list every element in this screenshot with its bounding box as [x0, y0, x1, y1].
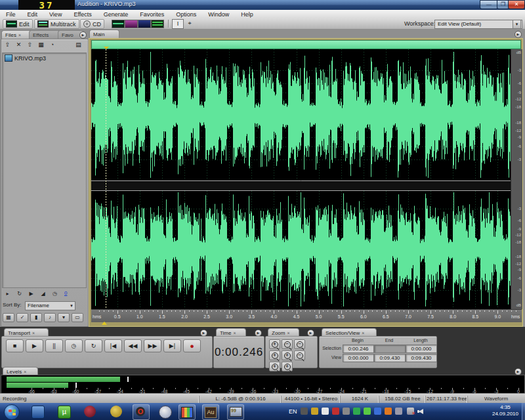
waveform-display[interactable]: dBdB-3-3-6-6-9-9-12-12-18-18-3-3-6-6-9-9… — [91, 49, 522, 309]
waveform-canvas[interactable] — [91, 49, 511, 309]
view-begin-field[interactable]: 0:00.000 — [343, 354, 374, 362]
tray-icon[interactable] — [343, 408, 350, 415]
full-path-icon[interactable]: ▭ — [72, 313, 83, 322]
show-loops-icon[interactable]: ✓ — [16, 313, 28, 322]
workspace-dropdown-icon[interactable]: ▼ — [513, 20, 521, 29]
zoom-selection-left-button[interactable]: + — [269, 362, 280, 371]
minimize-button[interactable]: — — [480, 0, 498, 9]
close-tab-icon[interactable]: × — [18, 33, 21, 37]
file-item-krivo[interactable]: KRIVO.mp3 — [3, 53, 86, 63]
zoom-to-selection-button[interactable]: + — [269, 350, 280, 360]
show-audio-icon[interactable]: ▦ — [3, 313, 14, 322]
cd-view-button[interactable]: CD — [80, 19, 104, 29]
zoom-out-horizontal-button[interactable]: − — [282, 339, 293, 349]
tray-icon[interactable] — [301, 408, 308, 415]
menu-edit[interactable]: Edit — [22, 11, 44, 18]
waveform-display-button[interactable] — [112, 20, 125, 28]
close-tab-icon[interactable]: × — [362, 331, 364, 335]
menu-file[interactable]: File — [0, 11, 22, 18]
edit-view-button[interactable]: Edit — [3, 19, 33, 29]
zoom-out-vertical-button[interactable]: − — [294, 350, 305, 360]
spectral-pan-button[interactable] — [138, 20, 151, 28]
taskbar-app-utorrent-icon[interactable]: µ — [58, 406, 71, 419]
marquee-selection-tool-button[interactable]: ⌖ — [184, 19, 195, 28]
play-icon[interactable]: ▶ — [26, 289, 36, 298]
view-length-field[interactable]: 0:09.430 — [406, 354, 437, 362]
tray-icon[interactable] — [332, 408, 339, 415]
zoom-selection-right-button[interactable]: + — [282, 362, 293, 371]
taskbar-clock[interactable]: 4:35 24.09.2010 — [488, 404, 522, 417]
taskbar-app-remote-frame[interactable]: 99 — [227, 404, 244, 420]
tab-effects[interactable]: Effects — [29, 30, 62, 39]
amplitude-ruler[interactable]: dBdB-3-3-6-6-9-9-12-12-18-18-3-3-6-6-9-9… — [511, 49, 522, 309]
network-icon[interactable]: ✕ — [407, 408, 414, 415]
tab-main[interactable]: Main — [89, 30, 119, 39]
tray-icon[interactable] — [322, 408, 329, 415]
show-midi-icon[interactable]: ♪ — [44, 313, 56, 322]
show-markers-icon[interactable]: ▾ — [58, 313, 70, 322]
advanced-options-icon[interactable]: ▤ — [74, 41, 83, 49]
menu-effects[interactable]: Effects — [68, 11, 97, 18]
menu-favorites[interactable]: Favorites — [134, 11, 170, 18]
tray-icon[interactable] — [395, 408, 402, 415]
taskbar-app-window-icon[interactable] — [32, 406, 45, 419]
zoom-in-horizontal-button[interactable]: + — [269, 339, 280, 349]
go-to-end-button[interactable]: ▶| — [163, 339, 181, 352]
start-button[interactable] — [4, 404, 20, 420]
selection-end-field[interactable] — [374, 345, 406, 353]
taskbar-app-opera-frame[interactable]: O — [133, 404, 150, 420]
insert-multitrack-icon[interactable]: ▦ — [36, 41, 46, 49]
tab-files[interactable]: Files× — [1, 30, 33, 39]
sort-by-select[interactable]: Filename ▼ — [25, 301, 75, 310]
timeline-ruler[interactable]: hmshms0.51.01.52.02.53.03.54.04.55.05.56… — [91, 309, 522, 322]
tray-language-indicator[interactable]: EN — [289, 408, 297, 415]
spectral-phase-button[interactable] — [151, 20, 164, 28]
tray-icon[interactable] — [385, 408, 392, 415]
menu-window[interactable]: Window — [202, 11, 235, 18]
show-desktop-button[interactable] — [522, 403, 525, 420]
taskbar-app-media-frame[interactable] — [178, 404, 196, 420]
close-tab-icon[interactable]: × — [32, 331, 35, 335]
workspace-select[interactable]: Edit View (Default) — [434, 20, 522, 29]
menu-help[interactable]: Help — [235, 11, 259, 18]
close-button[interactable]: ✕ — [508, 0, 525, 9]
zoom-in-vertical-button[interactable]: + — [282, 350, 293, 360]
playhead-caret[interactable] — [102, 322, 107, 325]
stop-button[interactable]: ■ — [6, 339, 24, 352]
taskbar-app-audition-frame[interactable]: Au — [202, 404, 219, 420]
tray-icon[interactable] — [374, 408, 381, 415]
play-looped-button[interactable]: ↻ — [85, 339, 102, 352]
show-video-icon[interactable]: ▮ — [30, 313, 42, 322]
auto-play-icon[interactable]: ▸ — [3, 289, 12, 298]
close-file-icon[interactable]: ✕ — [14, 41, 24, 49]
cd-insert-icon[interactable]: ◔ — [47, 41, 57, 49]
close-tab-icon[interactable]: × — [24, 369, 26, 374]
preview-time-icon[interactable]: ◷ — [50, 289, 60, 298]
selection-length-field[interactable]: 0:00.000 — [406, 345, 437, 353]
spectral-frequency-button[interactable] — [125, 20, 138, 28]
volume-icon[interactable]: ◢ — [38, 289, 48, 298]
menu-options[interactable]: Options — [170, 11, 202, 18]
close-tab-icon[interactable]: × — [233, 331, 236, 335]
play-from-cursor-button[interactable]: ◷ — [65, 339, 83, 352]
taskbar-app-dcpp-icon[interactable] — [110, 406, 122, 417]
taskbar-app-swirl-icon[interactable] — [84, 406, 96, 417]
menu-generate[interactable]: Generate — [98, 11, 135, 18]
view-end-field[interactable]: 0:09.430 — [374, 354, 406, 362]
edit-file-icon[interactable]: ⇧ — [25, 41, 35, 49]
levels-meter[interactable]: -66-63-60-57-54-51-48-45-42-39-36-33-30-… — [1, 375, 525, 394]
tray-icon[interactable] — [364, 408, 371, 415]
selection-begin-field[interactable]: 0:00.246 — [343, 345, 374, 353]
overview-navigator[interactable] — [91, 40, 521, 49]
title-bar[interactable]: Audition - KRIVO.mp3 — ❐ ✕ — [0, 0, 525, 10]
fast-forward-button[interactable]: ▶▶ — [144, 339, 161, 352]
rewind-button[interactable]: ◀◀ — [124, 339, 142, 352]
tray-icon[interactable] — [311, 408, 318, 415]
record-button[interactable]: ● — [183, 339, 201, 352]
import-file-icon[interactable]: ⇪ — [3, 41, 12, 49]
close-tab-icon[interactable]: × — [287, 331, 289, 335]
taskbar-app-globe-icon[interactable] — [159, 406, 172, 419]
multitrack-view-button[interactable]: Multitrack — [34, 19, 79, 29]
time-selection-tool-button[interactable]: I — [172, 19, 184, 29]
play-button[interactable]: ▶ — [26, 339, 43, 352]
